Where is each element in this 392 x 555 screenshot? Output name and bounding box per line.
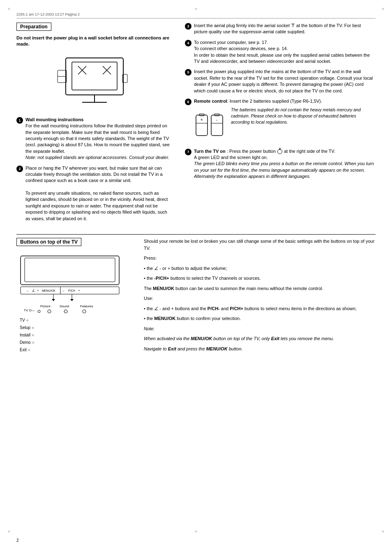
svg-rect-0 [66,58,123,95]
page-number: 2 [16,538,19,543]
use-label: Use: [144,295,376,302]
item-7-title: Turn the TV on : Press the power button … [194,149,335,154]
svg-text:-: - [216,117,217,122]
svg-text:∠: ∠ [32,289,35,292]
corner-mark-cb: + [194,528,198,534]
item-3: 3 Insert the aerial plug firmly into the… [185,23,376,35]
svg-text:Picture: Picture [40,304,51,308]
remote-svg: + - [194,107,227,140]
tv-svg [53,52,136,109]
main-content: Preparation Do not insert the power plug… [16,23,376,226]
buttons-description: Should your remote be lost or broken you… [144,238,376,251]
bottom-left: Buttons on top of the TV – ∠ + MENU/OK [16,238,136,355]
label-install: Install ○ [20,332,35,339]
item-1-text: For the wall mounting instructions follo… [25,123,170,154]
exit-bold-2: Exit [168,346,176,351]
press-item-2: • the -P/CH+ buttons to select the TV ch… [144,275,376,282]
menu-ok-bold: MENU/OK [191,336,212,341]
item-2-text2: To prevent any unsafe situations, no nak… [25,191,168,221]
right-column: 3 Insert the aerial plug firmly into the… [185,23,376,226]
item-2-content: Place or hang the TV wherever you want, … [25,165,173,222]
svg-marker-31 [52,299,55,301]
menu-ok-text: The MENU/OK button can be used to summon… [144,285,376,292]
left-column: Preparation Do not insert the power plug… [16,23,173,226]
item-3-text: Insert the aerial plug firmly into the a… [194,23,361,34]
num-5: 5 [185,69,191,76]
note-label: Note: [144,325,376,332]
tv-side-menu: TV ○ Setup ○ Install ○ Demo ○ Exit ○ [20,317,35,354]
svg-point-38 [64,310,67,313]
note-text-2: Navigate to Exit and press the MENU/OK b… [144,345,376,352]
item-5: 5 Insert the power plug supplied into th… [185,69,376,94]
svg-point-41 [38,310,40,313]
svg-text:MENU/OK: MENU/OK [42,289,55,292]
remote-diagram: + - The batteries supplied do not contai… [194,107,376,141]
label-exit: Exit ○ [20,346,35,354]
item-1-note: Note: not supplied stands are optional a… [25,155,169,160]
bottom-section: Buttons on top of the TV – ∠ + MENU/OK [16,234,376,355]
header-text: 2265.1 am 17-12-2003 13:27 Pagina 2 [16,12,80,16]
power-icon [277,149,282,154]
svg-marker-33 [70,299,74,301]
svg-rect-1 [72,62,117,90]
item-4: 4 To connect your computer, see p. 17. T… [185,39,376,65]
item-1-title: Wall mounting instructions [25,117,83,122]
corner-mark-tr: + [381,6,385,12]
num-4: 4 [185,40,191,46]
num-1: 1 [16,117,23,124]
item-2: 2 Place or hang the TV wherever you want… [16,165,173,222]
corner-mark-bl: + [7,528,11,534]
use-item-2: • the MENU/OK button to confirm your sel… [144,315,376,322]
item-4-text: To connect your computer, see p. 17. To … [194,40,370,64]
label-demo: Demo ○ [20,339,35,346]
item-7-subtitle: A green LED and the screen light on. [194,155,268,160]
item-6: 6 Remote control: Insert the 2 batteries… [185,98,376,144]
page: + + + + + + 2265.1 am 17-12-2003 13:27 P… [0,0,392,555]
svg-rect-19 [21,256,119,285]
tv-diagram [16,52,173,110]
battery-note: The batteries supplied do not contain th… [231,107,376,125]
corner-mark-ct: + [194,6,198,12]
svg-text:+: + [37,289,39,292]
item-7: 7 Turn the TV on : Press the power butto… [185,148,376,180]
tv-top-diagram: – ∠ + MENU/OK – P/CH + [16,252,136,318]
item-5-content: Insert the power plug supplied into the … [194,69,376,94]
corner-mark-br: + [381,528,385,534]
item-1-content: Wall mounting instructions For the wall … [25,117,173,161]
warning-text: Do not insert the power plug in a wall s… [16,35,173,48]
press-label: Press: [144,255,376,262]
item-7-content: Turn the TV on : Press the power button … [194,148,376,180]
buttons-title: Buttons on top of the TV [16,238,81,246]
bottom-right: Should your remote be lost or broken you… [144,238,376,355]
svg-text:–: – [62,289,65,292]
preparation-title: Preparation [16,23,51,31]
svg-text:+: + [201,117,203,122]
item-3-content: Insert the aerial plug firmly into the a… [194,23,376,35]
item-6-text: Remote control: Insert the 2 batteries s… [194,99,322,104]
num-3: 3 [185,23,191,30]
item-2-text: Place or hang the TV wherever you want, … [25,166,163,183]
svg-text:TV O—: TV O— [24,309,35,312]
item-7-note: The green LED blinks every time you pres… [194,161,374,179]
battery-note-text: The batteries supplied do not contain th… [231,107,361,124]
item-5-text: Insert the power plug supplied into the … [194,69,373,93]
svg-text:Sound: Sound [60,304,69,308]
item-6-content: Remote control: Insert the 2 batteries s… [194,98,376,144]
svg-text:+: + [78,289,80,292]
item-1: 1 Wall mounting instructions For the wal… [16,117,173,161]
remote-svg-container: + - [194,107,227,141]
num-7: 7 [185,149,191,155]
svg-point-39 [83,310,86,313]
menu-ok-bold-2: MENU/OK [206,346,228,351]
item-4-content: To connect your computer, see p. 17. To … [194,39,376,65]
label-tv: TV ○ [20,317,35,324]
side-labels: TV ○ Setup ○ Install ○ Demo ○ Exit ○ [20,317,136,354]
label-setup: Setup ○ [20,324,35,332]
tv-top-svg: – ∠ + MENU/OK – P/CH + [16,252,127,318]
page-header: 2265.1 am 17-12-2003 13:27 Pagina 2 [16,12,376,18]
svg-rect-20 [25,258,115,282]
svg-text:Features: Features [80,304,93,308]
svg-text:–: – [27,289,29,292]
svg-text:P/CH: P/CH [68,289,75,292]
corner-mark-tl: + [7,6,11,12]
